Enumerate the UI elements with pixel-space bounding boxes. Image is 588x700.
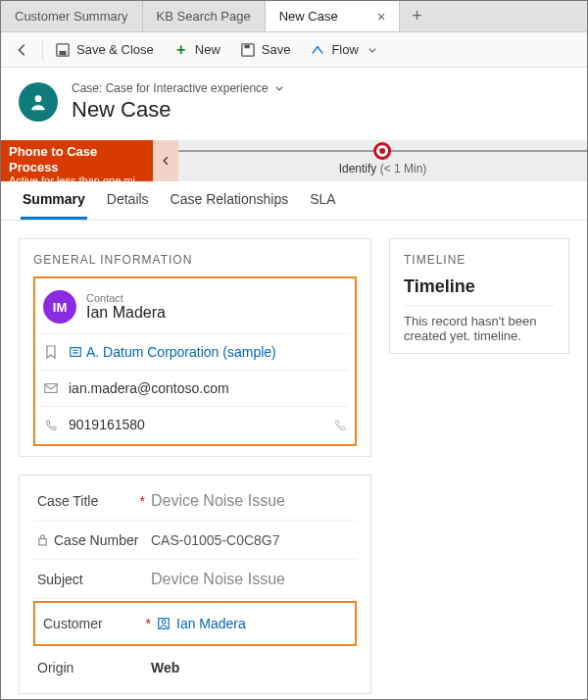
chevron-down-icon: [365, 42, 380, 58]
flow-button[interactable]: Flow: [302, 36, 387, 64]
phone-action-icon[interactable]: [334, 419, 347, 431]
subject-value: Device Noise Issue: [151, 571, 357, 588]
plus-icon: +: [173, 42, 189, 58]
svg-point-4: [35, 95, 42, 102]
contact-highlight-box: IM Contact Ian Madera A. Datum Corporati: [33, 276, 357, 446]
account-link: A. Datum Corporation (sample): [86, 344, 276, 360]
origin-value: Web: [151, 660, 357, 675]
command-bar: Save & Close + New Save Flow: [1, 32, 587, 68]
timeline-title: Timeline: [404, 276, 555, 297]
svg-rect-6: [45, 384, 57, 393]
subject-row[interactable]: Subject Device Noise Issue: [33, 560, 357, 599]
new-button[interactable]: + New: [166, 36, 228, 64]
entity-avatar: [19, 82, 58, 122]
save-and-close-button[interactable]: Save & Close: [47, 36, 162, 64]
case-number-value: CAS-01005-C0C8G7: [151, 532, 357, 548]
case-title-row[interactable]: Case Title* Device Noise Issue: [33, 481, 357, 521]
case-title-value: Device Noise Issue: [151, 492, 357, 510]
back-icon: [15, 42, 30, 58]
record-header: Case: Case for Interactive experience Ne…: [1, 68, 587, 140]
tab-kb-search[interactable]: KB Search Page: [143, 1, 266, 31]
chevron-down-icon: [274, 83, 284, 93]
add-tab-button[interactable]: +: [400, 1, 433, 31]
contact-name: Ian Madera: [86, 304, 166, 322]
process-name-block[interactable]: Phone to Case Process Active for less th…: [1, 140, 153, 181]
tab-sla[interactable]: SLA: [308, 191, 337, 220]
svg-rect-7: [39, 539, 46, 545]
case-number-row: Case Number CAS-01005-C0C8G7: [33, 521, 357, 560]
business-process-flow: Phone to Case Process Active for less th…: [1, 140, 587, 181]
tab-details[interactable]: Details: [105, 191, 151, 220]
save-close-icon: [55, 42, 71, 58]
tab-summary[interactable]: Summary: [21, 191, 87, 220]
save-label: Save: [262, 42, 291, 57]
contact-avatar: IM: [43, 290, 76, 324]
bookmark-icon: [43, 345, 59, 359]
contact-label: Contact: [86, 292, 166, 304]
back-button[interactable]: [7, 36, 38, 64]
stage-active-icon: [373, 142, 391, 160]
svg-rect-1: [60, 50, 67, 54]
timeline-empty-text: This record hasn't been created yet. tim…: [404, 305, 555, 343]
process-stage-identify[interactable]: Identify (< 1 Min): [339, 142, 427, 175]
phone-icon: [43, 419, 59, 431]
page-title: New Case: [72, 97, 284, 123]
flow-label: Flow: [331, 42, 358, 57]
process-back-button[interactable]: [153, 140, 178, 181]
case-form-panel: Case Title* Device Noise Issue Case Numb…: [19, 475, 371, 694]
svg-rect-3: [244, 44, 249, 48]
tab-customer-summary[interactable]: Customer Summary: [1, 1, 143, 31]
save-button[interactable]: Save: [232, 36, 299, 64]
tab-new-case[interactable]: New Case ×: [266, 1, 401, 31]
session-tabbar: Customer Summary KB Search Page New Case…: [1, 1, 587, 32]
account-row[interactable]: A. Datum Corporation (sample): [41, 333, 349, 370]
customer-value: Ian Madera: [176, 616, 246, 631]
svg-rect-5: [71, 348, 81, 357]
close-tab-icon[interactable]: ×: [377, 8, 386, 25]
timeline-panel: TIMELINE Timeline This record hasn't bee…: [389, 238, 569, 354]
breadcrumb[interactable]: Case: Case for Interactive experience: [72, 81, 284, 95]
phone-value: 9019161580: [69, 417, 145, 432]
contact-icon: [157, 617, 171, 630]
customer-row[interactable]: Customer* Ian Madera: [39, 609, 351, 638]
contact-row[interactable]: IM Contact Ian Madera: [41, 284, 349, 333]
svg-point-9: [162, 621, 166, 625]
lock-icon: [37, 533, 48, 546]
general-info-panel: GENERAL INFORMATION IM Contact Ian Mader…: [19, 238, 371, 457]
save-close-label: Save & Close: [76, 42, 154, 57]
save-icon: [240, 42, 256, 58]
general-heading: GENERAL INFORMATION: [33, 253, 357, 267]
email-value: ian.madera@contoso.com: [69, 380, 229, 396]
phone-row[interactable]: 9019161580: [41, 406, 349, 442]
customer-highlight-box: Customer* Ian Madera: [33, 601, 357, 646]
origin-row[interactable]: Origin Web: [33, 648, 357, 687]
flow-icon: [310, 42, 325, 58]
timeline-heading: TIMELINE: [404, 253, 555, 267]
mail-icon: [43, 382, 59, 394]
tab-case-relations[interactable]: Case Relationships: [169, 191, 291, 220]
new-label: New: [195, 42, 220, 57]
email-row[interactable]: ian.madera@contoso.com: [41, 370, 349, 406]
account-icon: [69, 345, 82, 359]
